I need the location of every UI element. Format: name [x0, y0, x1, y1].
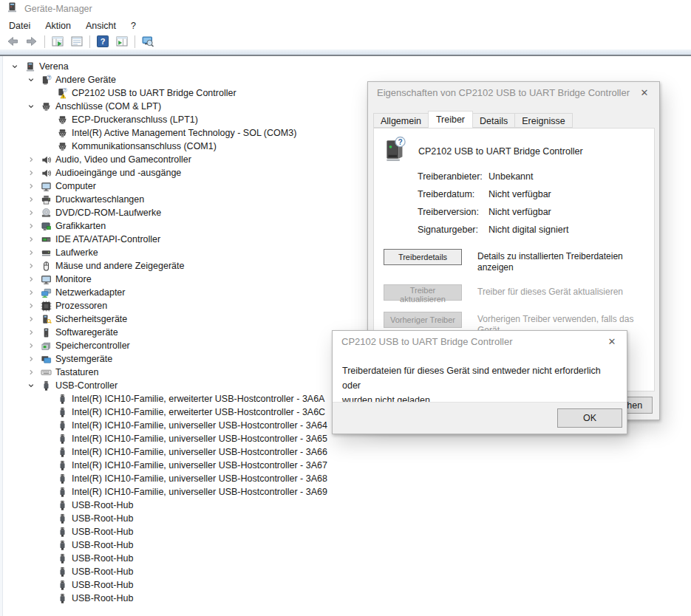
chevron-spacer	[40, 447, 55, 457]
action-pane-icon[interactable]	[112, 34, 132, 49]
scan-hardware-icon[interactable]	[138, 34, 157, 49]
chevron-collapsed-icon[interactable]	[24, 154, 38, 165]
properties-icon[interactable]	[67, 34, 86, 49]
chevron-collapsed-icon[interactable]	[24, 181, 38, 191]
tree-item-label: Intel(R) ICH10-Familie, universeller USB…	[69, 473, 327, 484]
tree-item-label: Verena	[37, 61, 69, 72]
tree-item[interactable]: USB-Root-Hub	[1, 499, 691, 512]
tree-item-label: Mäuse und andere Zeigegeräte	[53, 261, 184, 271]
chevron-expanded-icon[interactable]	[24, 75, 38, 85]
chevron-collapsed-icon[interactable]	[24, 287, 38, 298]
tree-item-label: USB-Root-Hub	[69, 500, 133, 510]
disk-icon	[38, 247, 53, 259]
tree-item-label: IDE ATA/ATAPI-Controller	[53, 234, 160, 244]
chevron-spacer	[40, 141, 55, 151]
tree-item[interactable]: USB-Root-Hub	[1, 512, 691, 525]
usb-icon	[55, 527, 69, 538]
chevron-collapsed-icon[interactable]	[24, 247, 38, 258]
chevron-collapsed-icon[interactable]	[24, 234, 38, 244]
tree-item[interactable]: USB-Root-Hub	[1, 578, 691, 592]
chevron-collapsed-icon[interactable]	[24, 208, 38, 218]
back-arrow-icon[interactable]	[3, 34, 22, 49]
chevron-collapsed-icon[interactable]	[24, 340, 38, 351]
tree-item[interactable]: Intel(R) ICH10-Familie, universeller USB…	[1, 485, 691, 499]
console-tree-icon[interactable]	[48, 34, 67, 49]
tree-item[interactable]: Intel(R) ICH10-Familie, universeller USB…	[1, 459, 691, 472]
chevron-expanded-icon[interactable]	[24, 101, 38, 112]
chevron-collapsed-icon[interactable]	[24, 274, 38, 284]
chevron-spacer	[40, 500, 55, 510]
tab-details[interactable]: Details	[472, 113, 515, 128]
tab-ereignisse[interactable]: Ereignisse	[514, 113, 572, 128]
menu-aktion[interactable]: Aktion	[38, 19, 78, 32]
network-icon	[38, 287, 53, 298]
chevron-spacer	[40, 580, 55, 590]
tree-item-label: USB-Root-Hub	[69, 580, 133, 590]
tree-item[interactable]: USB-Root-Hub	[1, 525, 691, 538]
chevron-collapsed-icon[interactable]	[24, 194, 38, 205]
storage-icon	[38, 340, 53, 352]
chevron-spacer	[40, 513, 55, 524]
tab-treiber[interactable]: Treiber	[428, 111, 473, 128]
tree-item-label: Systemgeräte	[53, 354, 112, 364]
computer-icon	[22, 61, 37, 72]
tree-item-label: Andere Geräte	[53, 75, 116, 85]
chevron-spacer	[40, 487, 55, 497]
tree-item[interactable]: USB-Root-Hub	[1, 538, 691, 552]
chevron-spacer	[40, 527, 55, 537]
menu-datei[interactable]: Datei	[1, 19, 38, 32]
tree-item-label: CP2102 USB to UART Bridge Controller	[69, 88, 236, 98]
tree-item-label: USB-Root-Hub	[69, 527, 133, 537]
unknown-warning-icon: ?	[55, 88, 69, 99]
chevron-spacer	[40, 434, 55, 444]
tree-item[interactable]: Verena	[1, 60, 691, 73]
tab-allgemein[interactable]: Allgemein	[373, 113, 429, 128]
tree-item[interactable]: Intel(R) ICH10-Familie, universeller USB…	[1, 472, 691, 485]
properties-tab-strip: AllgemeinTreiberDetailsEreignisse	[373, 111, 572, 128]
tree-item-label: USB-Root-Hub	[69, 593, 133, 603]
close-icon[interactable]: ✕	[603, 335, 621, 349]
chevron-expanded-icon[interactable]	[7, 61, 22, 72]
menu-ansicht[interactable]: Ansicht	[78, 19, 123, 32]
chevron-expanded-icon[interactable]	[24, 380, 38, 391]
ok-button[interactable]: OK	[557, 408, 622, 428]
tree-item-label: Intel(R) ICH10-Familie, universeller USB…	[69, 420, 327, 431]
tree-item[interactable]: USB-Root-Hub	[1, 552, 691, 565]
chevron-collapsed-icon[interactable]	[24, 261, 38, 271]
driver-field-value: Nicht digital signiert	[489, 225, 568, 237]
chevron-collapsed-icon[interactable]	[24, 168, 38, 178]
message-body: Treiberdateien für dieses Gerät sind ent…	[342, 363, 618, 408]
treiberdetails-button[interactable]: Treiberdetails	[384, 249, 462, 265]
driver-field-row: Treiberanbieter:Unbekannt	[418, 171, 568, 184]
chevron-collapsed-icon[interactable]	[24, 367, 38, 377]
printer-icon	[38, 194, 53, 205]
menu-help[interactable]: ?	[123, 19, 143, 32]
audio-icon	[38, 168, 53, 179]
tree-item[interactable]: Intel(R) ICH10-Familie, universeller USB…	[1, 445, 691, 459]
tree-item-label: Laufwerke	[53, 247, 98, 258]
pc-icon	[38, 181, 53, 192]
svg-text:?: ?	[101, 37, 106, 46]
chevron-collapsed-icon[interactable]	[24, 327, 38, 338]
chevron-collapsed-icon[interactable]	[24, 221, 38, 231]
port-icon	[38, 101, 53, 112]
tree-item[interactable]: USB-Root-Hub	[1, 565, 691, 578]
tree-item-label: Intel(R) ICH10-Familie, universeller USB…	[69, 447, 327, 457]
close-icon[interactable]: ✕	[636, 86, 653, 100]
dvd-icon	[38, 208, 53, 219]
usb-icon	[55, 434, 69, 445]
driver-action-description: Details zu installierten Treiberdateien …	[477, 249, 648, 273]
tree-item[interactable]: USB-Root-Hub	[1, 592, 691, 605]
svg-text:?: ?	[47, 75, 50, 80]
chevron-collapsed-icon[interactable]	[24, 354, 38, 364]
tree-item-label: Speichercontroller	[53, 340, 130, 351]
properties-dialog-title: Eigenschaften von CP2102 USB to UART Bri…	[368, 82, 634, 104]
chevron-collapsed-icon[interactable]	[24, 314, 38, 324]
device-manager-icon	[6, 1, 18, 16]
tree-item-label: Audioeingänge und -ausgänge	[53, 168, 181, 178]
chevron-collapsed-icon[interactable]	[24, 301, 38, 311]
toolbar: ?	[0, 33, 157, 49]
driver-field-label: Treiberversion:	[418, 207, 489, 219]
help-icon[interactable]: ?	[93, 34, 112, 49]
forward-arrow-icon[interactable]	[22, 34, 41, 49]
